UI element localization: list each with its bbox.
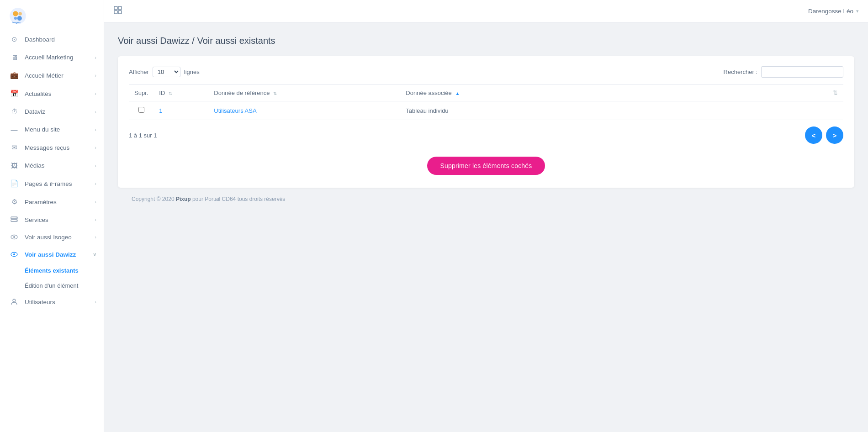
sidebar-item-voir-aussi-isogeo[interactable]: Voir aussi Isogeo ›	[0, 228, 104, 246]
prev-page-button[interactable]: <	[805, 126, 822, 144]
next-page-button[interactable]: >	[826, 126, 843, 144]
col-header-donnee-reference[interactable]: Donnée de référence ⇅	[208, 84, 400, 101]
image-icon: 🖼	[9, 162, 19, 169]
chevron-right-icon: ›	[95, 145, 96, 150]
svg-point-4	[17, 16, 22, 21]
sidebar-item-voir-aussi-dawizz[interactable]: Voir aussi Dawizz ∨	[0, 246, 104, 263]
delete-checked-button[interactable]: Supprimer les éléments cochés	[427, 157, 545, 175]
sidebar-label: Accueil Marketing	[25, 54, 95, 61]
dashboard-icon: ⊙	[9, 35, 19, 43]
table-body: 1 Utilisateurs ASA Tableau individu	[129, 101, 843, 120]
page-title: Voir aussi Dawizz / Voir aussi existants	[118, 36, 854, 46]
content-area: Voir aussi Dawizz / Voir aussi existants…	[104, 23, 868, 432]
delete-row: Supprimer les éléments cochés	[129, 157, 843, 175]
footer: Copyright © 2020 Pixup pour Portail CD64…	[118, 188, 854, 211]
sort-icon-ref: ⇅	[273, 91, 277, 96]
server-icon	[9, 216, 19, 223]
menu-icon: —	[9, 126, 19, 133]
user-menu[interactable]: Darengosse Léo ▾	[808, 8, 859, 15]
row-donnee-reference: Utilisateurs ASA	[208, 101, 400, 120]
topbar: Darengosse Léo ▾	[104, 0, 868, 23]
sidebar-label: Accueil Métier	[25, 72, 95, 79]
chevron-right-icon: ›	[95, 199, 96, 205]
svg-point-2	[18, 12, 22, 16]
svg-point-14	[13, 299, 16, 302]
main-content: Darengosse Léo ▾ Voir aussi Dawizz / Voi…	[104, 0, 868, 432]
data-table: Supr. ID ⇅ Donnée de référence ⇅ Donnée …	[129, 84, 843, 120]
sidebar-item-utilisateurs[interactable]: Utilisateurs ›	[0, 293, 104, 311]
svg-point-8	[16, 217, 17, 218]
sidebar-item-services[interactable]: Services ›	[0, 211, 104, 228]
sidebar-item-menu-du-site[interactable]: — Menu du site ›	[0, 121, 104, 138]
eye-icon	[9, 233, 19, 241]
lines-label: lignes	[184, 68, 200, 75]
table-row: 1 Utilisateurs ASA Tableau individu	[129, 101, 843, 120]
sidebar-label: Paramètres	[25, 199, 95, 205]
sidebar-subitem-elements-existants[interactable]: Éléments existants	[0, 263, 104, 278]
pagination-text: 1 à 1 sur 1	[129, 132, 157, 139]
grid-icon[interactable]	[113, 5, 122, 17]
eye-active-icon	[9, 251, 19, 258]
sidebar: isogeo ⊙ Dashboard 🖥 Accueil Marketing ›…	[0, 0, 104, 432]
sidebar-item-messages-recus[interactable]: ✉ Messages reçus ›	[0, 138, 104, 157]
footer-text-before: Copyright © 2020	[132, 196, 176, 202]
chevron-right-icon: ›	[95, 234, 96, 240]
svg-point-13	[13, 253, 15, 255]
row-checkbox-cell[interactable]	[129, 101, 153, 120]
table-card: Afficher 10 25 50 lignes Rechercher : Su…	[118, 56, 854, 188]
sort-icon-assoc: ▲	[455, 91, 460, 96]
chevron-right-icon: ›	[95, 217, 96, 222]
col-header-id[interactable]: ID ⇅	[153, 84, 208, 101]
footer-brand: Pixup	[176, 196, 191, 202]
calendar-icon: 📅	[9, 90, 19, 98]
sidebar-item-parametres[interactable]: ⚙ Paramètres ›	[0, 193, 104, 211]
svg-point-3	[14, 17, 17, 20]
search-input[interactable]	[761, 66, 843, 78]
sidebar-label: Services	[25, 216, 95, 223]
sidebar-subitem-edition-element[interactable]: Édition d'un élément	[0, 278, 104, 293]
svg-text:isogeo: isogeo	[12, 21, 21, 24]
sidebar-label: Messages reçus	[25, 144, 95, 151]
sidebar-item-dashboard[interactable]: ⊙ Dashboard	[0, 30, 104, 48]
sort-icon-id: ⇅	[169, 91, 172, 96]
row-donnee-associee: Tableau individu	[400, 101, 825, 120]
sidebar-label: Actualités	[25, 90, 95, 97]
col-header-donnee-associee[interactable]: Donnée associée ▲	[400, 84, 825, 101]
sidebar-label: Dashboard	[25, 36, 96, 43]
sidebar-label: Pages & iFrames	[25, 180, 95, 187]
show-label: Afficher	[129, 68, 149, 75]
sidebar-item-accueil-metier[interactable]: 💼 Accueil Métier ›	[0, 66, 104, 84]
gear-icon: ⚙	[9, 198, 19, 206]
sidebar-sub-label: Éléments existants	[25, 267, 79, 274]
row-id: 1	[153, 101, 208, 120]
chevron-right-icon: ›	[95, 163, 96, 169]
sidebar-item-actualites[interactable]: 📅 Actualités ›	[0, 84, 104, 103]
pagination-buttons: < >	[805, 126, 843, 144]
row-extra	[825, 101, 843, 120]
chevron-right-icon: ›	[95, 91, 96, 96]
monitor-icon: 🖥	[9, 53, 19, 61]
col-header-supr: Supr.	[129, 84, 153, 101]
svg-rect-17	[114, 11, 117, 14]
sidebar-item-dataviz[interactable]: ⏱ Dataviz ›	[0, 103, 104, 121]
sidebar-label: Voir aussi Dawizz	[25, 251, 93, 258]
row-checkbox[interactable]	[138, 107, 144, 113]
briefcase-icon: 💼	[9, 71, 19, 79]
pagination-info: 1 à 1 sur 1 < >	[129, 126, 843, 144]
sidebar-item-medias[interactable]: 🖼 Médias ›	[0, 157, 104, 174]
rows-per-page-select[interactable]: 10 25 50	[153, 67, 180, 77]
footer-text-after: pour Portail CD64 tous droits réservés	[191, 196, 286, 202]
svg-point-1	[13, 11, 18, 16]
svg-rect-18	[118, 11, 122, 14]
chevron-right-icon: ›	[95, 181, 96, 186]
donnee-reference-link[interactable]: Utilisateurs ASA	[214, 107, 256, 114]
sidebar-label: Voir aussi Isogeo	[25, 234, 95, 241]
svg-point-11	[13, 236, 15, 238]
sidebar-item-accueil-marketing[interactable]: 🖥 Accueil Marketing ›	[0, 48, 104, 66]
sidebar-item-pages-iframes[interactable]: 📄 Pages & iFrames ›	[0, 174, 104, 193]
user-dropdown-icon: ▾	[856, 8, 859, 14]
user-name: Darengosse Léo	[808, 8, 853, 15]
row-id-link[interactable]: 1	[159, 107, 162, 114]
table-controls: Afficher 10 25 50 lignes Rechercher :	[129, 66, 843, 78]
svg-rect-15	[114, 6, 117, 10]
